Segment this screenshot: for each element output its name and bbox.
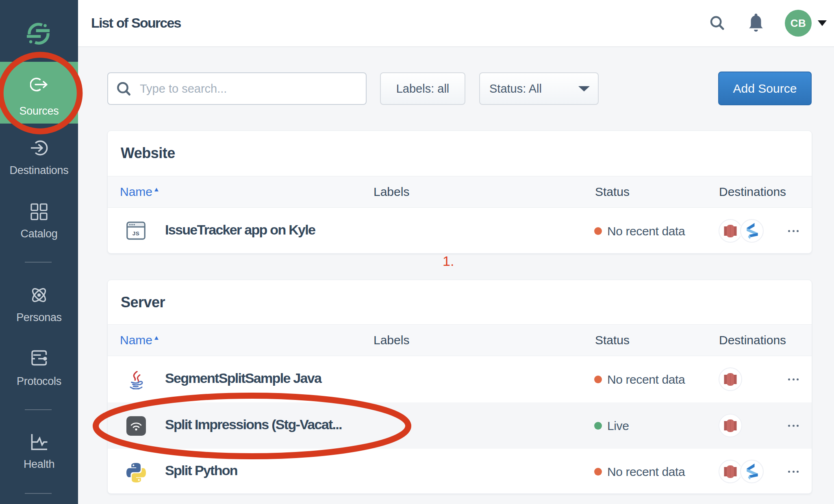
- svg-text:JS: JS: [132, 230, 140, 237]
